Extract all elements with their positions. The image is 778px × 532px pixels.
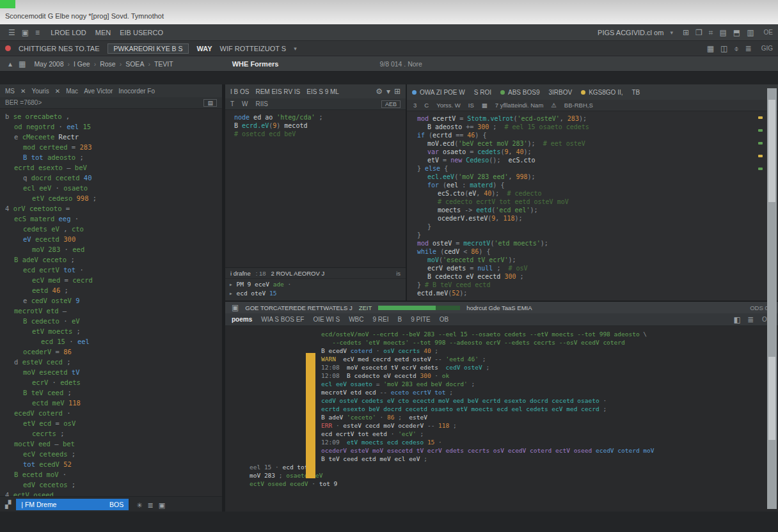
console-line[interactable]: 12:09 etV moects ecd cedeso 15 · bbox=[321, 438, 763, 446]
menu-item[interactable]: LROE LOD bbox=[51, 29, 86, 36]
tree-item[interactable]: ecrtd esexto — beV bbox=[14, 162, 222, 173]
code-line[interactable]: ecS.cto(eV, 40); # cedecto bbox=[438, 189, 750, 198]
editor-tab[interactable]: ABS BOS9 bbox=[500, 89, 539, 96]
console-output[interactable]: ecd/osteV/moV --ecrtd --beV 283 --eel 15… bbox=[225, 326, 778, 512]
tool-tab[interactable]: 9 REI bbox=[373, 316, 389, 323]
tree-view[interactable]: b se orecabeto ,od negotrd · eel 15e cMe… bbox=[0, 109, 222, 496]
chevron-down-icon[interactable]: ▾ bbox=[670, 29, 673, 36]
tree-item[interactable]: etV moects ; bbox=[32, 326, 222, 336]
tree-item[interactable]: eetd 46 ; bbox=[32, 285, 222, 295]
code-line[interactable]: for (eel : materd) { bbox=[427, 181, 750, 189]
console-highlight-bar[interactable] bbox=[306, 353, 315, 478]
run-target-label[interactable]: PIGS ACGIVID.cl om bbox=[598, 29, 663, 36]
toolbar-icon[interactable]: ❐ bbox=[695, 28, 703, 37]
status-icon[interactable]: ✳ bbox=[136, 501, 142, 509]
console-line[interactable]: cedV osteV cedets eV cto ecectd moV eed … bbox=[321, 396, 763, 405]
toolbar-item[interactable]: ⚠ bbox=[551, 102, 557, 109]
console-line[interactable]: ocederV esteV moV esecetd tV ecrV edets … bbox=[321, 446, 763, 455]
search-box[interactable]: PWKAREORI KYE B S bbox=[107, 43, 189, 54]
breadcrumb-item[interactable]: Rose bbox=[90, 60, 116, 68]
tool-window-title[interactable]: GOE TORCATEREDE RETTWATELS J bbox=[245, 304, 352, 311]
tree-tab[interactable]: Inocorder Fo bbox=[118, 88, 155, 95]
tree-item[interactable]: edV cecetos ; bbox=[23, 480, 222, 490]
code-line[interactable]: while (cedV < 86) { bbox=[417, 247, 750, 256]
console-line[interactable]: eel 15 · ecd tot bbox=[250, 463, 763, 471]
code-line[interactable]: var osaeto = cedets(9, 40); bbox=[427, 148, 750, 156]
tree-item[interactable]: mecrotV etd — bbox=[14, 306, 222, 316]
tool-icon[interactable]: ≣ bbox=[747, 315, 754, 324]
tree-tab[interactable]: Ave Victor bbox=[84, 88, 113, 95]
tree-tab[interactable]: ✕ bbox=[55, 88, 60, 95]
code-line[interactable]: moects -> eetd('ecd eel'); bbox=[438, 206, 750, 214]
menu-icon[interactable]: ☰ bbox=[8, 28, 15, 37]
console-line[interactable]: --cedets 'etV moects' --tot 998 --adeost… bbox=[321, 338, 763, 347]
analysis-marker[interactable] bbox=[758, 116, 763, 119]
tree-tab[interactable]: MS bbox=[5, 88, 15, 95]
breadcrumb-icon[interactable]: ▦ bbox=[19, 59, 26, 68]
editor-tab[interactable]: OWA ZI POE W bbox=[412, 89, 465, 96]
toolbar-icon[interactable]: ⊞ bbox=[683, 28, 689, 37]
toolbar-item[interactable]: Yorss. W bbox=[436, 102, 461, 109]
tree-item[interactable]: od negotrd · eel 15 bbox=[14, 121, 222, 132]
console-line[interactable]: ecd/osteV/moV --ecrtd --beV 283 --eel 15… bbox=[321, 330, 763, 338]
tool-tab[interactable]: WIA S BOS EF bbox=[261, 316, 304, 323]
menu-item[interactable]: EIB USERCO bbox=[120, 29, 163, 36]
editor-tab[interactable]: 3IRBOV bbox=[548, 89, 572, 96]
drafne-row[interactable]: ▸ ecd oteV 15 bbox=[229, 289, 403, 298]
code-line[interactable]: # cedecto ecrtV tot eetd osteV moV bbox=[438, 198, 750, 206]
editor-tab[interactable]: KGS8GO II, bbox=[581, 89, 623, 96]
console-line[interactable]: B adeV 'ceceto' · 86 ; esteV bbox=[321, 413, 763, 421]
tree-root-label[interactable]: BER =7680> bbox=[5, 99, 42, 106]
tab-icon[interactable]: ▾ bbox=[386, 88, 390, 95]
drafne-row[interactable]: ▸ PM 9 eceV ade · bbox=[229, 280, 403, 289]
tool-icon[interactable]: ◧ bbox=[734, 315, 741, 324]
tree-item[interactable]: ocederV = 86 bbox=[23, 347, 222, 357]
tree-item[interactable]: eV ecectd 300 bbox=[23, 234, 222, 244]
code-line[interactable]: moV('esecetd tV ecrV'); bbox=[427, 256, 750, 264]
drafne-right-label[interactable]: is bbox=[396, 270, 401, 277]
code-line[interactable]: ecrV edets = null ; # osV bbox=[427, 264, 750, 272]
tree-item[interactable]: ecd ecrtV tot · bbox=[23, 265, 222, 275]
tree-item[interactable]: moV esecetd tV bbox=[23, 367, 222, 377]
editor-tab[interactable]: EIS S 9 ML bbox=[306, 88, 339, 95]
menu-icon[interactable]: ≡ bbox=[35, 28, 40, 37]
menu-icon[interactable]: ▣ bbox=[22, 28, 29, 37]
editor-tab[interactable]: TB bbox=[632, 89, 640, 96]
tree-item[interactable]: mod certeed = 283 bbox=[23, 142, 222, 152]
console-line[interactable]: mecrotV etd ecd -- eceto ecrtV tot ; bbox=[321, 388, 763, 396]
analysis-marker[interactable] bbox=[758, 129, 763, 132]
editor-subtab[interactable]: T bbox=[230, 100, 234, 107]
tree-item[interactable]: cecrts ; bbox=[32, 428, 222, 439]
editor-subtab[interactable]: RIIS bbox=[256, 100, 268, 107]
console-line[interactable]: ecrtd esexto beV docrd cecetd osaeto etV… bbox=[321, 405, 763, 413]
breadcrumb-item[interactable]: I Gee bbox=[64, 60, 90, 68]
editor-mode-button[interactable]: AEB bbox=[381, 100, 401, 108]
tree-item[interactable]: e cMeceete Rectr bbox=[14, 132, 222, 142]
code-line[interactable]: B ecrd.eV(9) mecotd bbox=[234, 121, 401, 130]
tool-tab[interactable]: OB bbox=[440, 316, 449, 323]
view-icon[interactable]: ◫ bbox=[720, 44, 727, 53]
code-line[interactable]: } else { bbox=[417, 164, 750, 173]
selected-item[interactable]: | FM Dreme BOS bbox=[16, 499, 129, 510]
tree-item[interactable]: e cedV osteV 9 bbox=[23, 295, 222, 306]
vertical-scrollbar[interactable] bbox=[767, 88, 777, 509]
tree-item[interactable]: etV ecd = osV bbox=[23, 418, 222, 428]
tree-item[interactable]: cedets eV , cto bbox=[23, 224, 222, 234]
tree-item[interactable]: B adeV ceceto ; bbox=[14, 254, 222, 265]
tool-tab[interactable]: poems bbox=[232, 316, 252, 323]
tree-item[interactable]: B teV ceed ; bbox=[23, 387, 222, 398]
console-line[interactable]: B ecedV coterd · osV cecrts 40 ; bbox=[321, 347, 763, 355]
toolbar-item[interactable]: ▦ bbox=[482, 102, 488, 109]
code-line[interactable]: ecl.eeV('moV 283 eed', 998); bbox=[427, 173, 750, 181]
tree-item[interactable]: moV 283 · eed bbox=[32, 244, 222, 254]
tool-tab[interactable]: OIE WI S bbox=[313, 316, 340, 323]
toolbar-icon[interactable]: ▤ bbox=[720, 28, 727, 37]
tree-item[interactable]: etV cedeso 998 ; bbox=[32, 193, 222, 203]
drafne-rows[interactable]: ▸ PM 9 eceV ade ·▸ ecd oteV 15 bbox=[225, 279, 406, 299]
console-line[interactable]: ecd ecrtV tot eetd · 'ecV' ; bbox=[321, 430, 763, 438]
breadcrumb-item[interactable]: TEVIT bbox=[144, 60, 173, 68]
status-icon[interactable]: ≣ bbox=[147, 501, 153, 509]
code-line[interactable]: B cedecto eV ecectd 300 ; bbox=[427, 272, 750, 281]
tree-item[interactable]: B tot adeosto ; bbox=[23, 152, 222, 162]
tree-tab[interactable]: Mac bbox=[66, 88, 78, 95]
